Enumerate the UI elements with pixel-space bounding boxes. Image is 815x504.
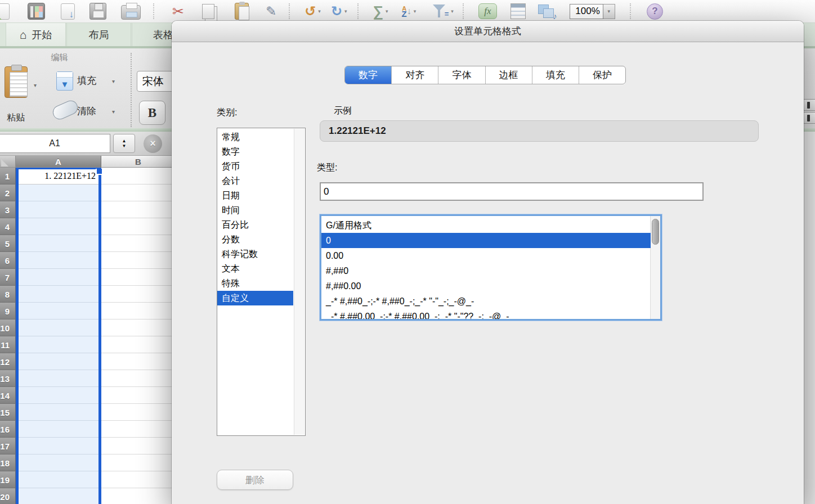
stepper-up-icon[interactable]: ▲ xyxy=(122,138,127,143)
cell-column-a[interactable] xyxy=(16,269,101,286)
cell-column-a[interactable] xyxy=(16,370,101,387)
delete-button[interactable]: 删除 xyxy=(217,470,293,490)
filter-dropdown-caret[interactable]: ▾ xyxy=(451,8,454,14)
cell-column-a[interactable]: 1. 22121E+12 xyxy=(16,168,101,184)
format-painter-icon[interactable]: ✎ xyxy=(266,3,276,20)
undo-icon[interactable]: ↺ xyxy=(304,3,316,20)
row-header[interactable]: 2 xyxy=(0,184,16,201)
cell-column-a[interactable] xyxy=(16,218,101,235)
row-header[interactable]: 11 xyxy=(0,336,16,353)
cell-column-b[interactable] xyxy=(101,353,176,370)
format-code-item[interactable]: G/通用格式 xyxy=(321,218,651,233)
cell-column-a[interactable] xyxy=(16,286,101,303)
row-header[interactable]: 14 xyxy=(0,387,16,404)
autosum-icon[interactable]: ∑ xyxy=(373,3,384,20)
cell-column-a[interactable] xyxy=(16,303,101,320)
cell-column-a[interactable] xyxy=(16,421,101,438)
save-icon[interactable] xyxy=(89,3,106,20)
column-header-a[interactable]: A xyxy=(16,156,101,168)
tab-home[interactable]: ⌂ 开始 xyxy=(6,23,66,46)
print-icon[interactable] xyxy=(121,5,141,20)
insert-function-icon[interactable]: fx xyxy=(478,3,497,19)
category-item[interactable]: 数字 xyxy=(217,145,293,159)
cell-column-a[interactable] xyxy=(16,336,101,353)
paste-button-label[interactable]: 粘贴 xyxy=(0,112,32,124)
row-header[interactable]: 15 xyxy=(0,404,16,421)
paste-dropdown-caret[interactable]: ▾ xyxy=(34,82,37,88)
cell-column-a[interactable] xyxy=(16,353,101,370)
clear-button-icon[interactable] xyxy=(51,98,80,122)
cell-column-b[interactable] xyxy=(101,286,176,303)
row-header[interactable]: 19 xyxy=(0,471,16,488)
format-code-item[interactable]: _-* #,##0_-;-* #,##0_-;_-* "-"_-;_-@_- xyxy=(321,294,651,309)
row-header[interactable]: 12 xyxy=(0,353,16,370)
cell-column-a[interactable] xyxy=(16,387,101,404)
show-formulas-icon[interactable] xyxy=(511,3,526,19)
cell-column-b[interactable] xyxy=(101,471,176,488)
category-item[interactable]: 文本 xyxy=(217,262,293,276)
cell-column-b[interactable] xyxy=(101,387,176,404)
stepper-down-icon[interactable]: ▼ xyxy=(122,143,127,148)
redo-icon[interactable]: ↻ xyxy=(331,3,342,20)
fill-handle[interactable] xyxy=(96,169,102,175)
row-header[interactable]: 3 xyxy=(0,201,16,218)
cell-column-a[interactable] xyxy=(16,488,101,504)
cell-column-b[interactable] xyxy=(101,454,176,471)
cell-column-a[interactable] xyxy=(16,404,101,421)
row-header[interactable]: 8 xyxy=(0,286,16,303)
row-header[interactable]: 13 xyxy=(0,370,16,387)
cell-column-b[interactable] xyxy=(101,421,176,438)
cell-column-a[interactable] xyxy=(16,454,101,471)
zoom-dropdown-caret[interactable]: ▾ xyxy=(603,4,615,19)
row-header[interactable]: 16 xyxy=(0,421,16,438)
help-icon[interactable]: ? xyxy=(647,3,663,20)
row-header[interactable]: 6 xyxy=(0,252,16,269)
cell-column-b[interactable] xyxy=(101,218,176,235)
cell-column-b[interactable] xyxy=(101,235,176,252)
paste-button-icon[interactable] xyxy=(5,66,28,98)
cell-column-b[interactable] xyxy=(101,168,176,184)
cell-column-a[interactable] xyxy=(16,320,101,336)
column-header-b[interactable]: B xyxy=(101,156,176,168)
cell-column-b[interactable] xyxy=(101,438,176,454)
undo-dropdown-caret[interactable]: ▾ xyxy=(318,8,321,14)
category-item[interactable]: 分数 xyxy=(217,232,293,247)
category-item[interactable]: 常规 xyxy=(217,130,293,145)
cell-column-b[interactable] xyxy=(101,488,176,504)
clear-dropdown-caret[interactable]: ▾ xyxy=(112,109,115,115)
category-item[interactable]: 特殊 xyxy=(217,276,293,291)
cell-column-a[interactable] xyxy=(16,201,101,218)
fill-button-icon[interactable]: ▼ xyxy=(56,71,73,91)
name-box[interactable]: A1 xyxy=(0,134,110,153)
bold-button[interactable]: B xyxy=(139,101,165,125)
clear-button-label[interactable]: 清除 xyxy=(77,105,96,118)
category-item[interactable]: 自定义 xyxy=(217,291,293,305)
format-code-item[interactable]: 0 xyxy=(321,233,651,248)
cell-column-a[interactable] xyxy=(16,235,101,252)
row-header[interactable]: 10 xyxy=(0,320,16,336)
cut-icon[interactable]: ✂ xyxy=(172,3,184,20)
cell-column-b[interactable] xyxy=(101,252,176,269)
fill-button-label[interactable]: 填充 xyxy=(77,74,96,87)
media-browser-icon[interactable]: ♪ xyxy=(538,3,556,20)
category-item[interactable]: 百分比 xyxy=(217,218,293,232)
format-code-item[interactable]: 0.00 xyxy=(321,248,651,263)
row-header[interactable]: 20 xyxy=(0,488,16,504)
cell-column-b[interactable] xyxy=(101,320,176,336)
open-file-icon[interactable] xyxy=(61,3,75,20)
dialog-tab[interactable]: 保护 xyxy=(579,66,625,84)
category-item[interactable]: 时间 xyxy=(217,203,293,218)
cell-column-b[interactable] xyxy=(101,269,176,286)
cell-column-a[interactable] xyxy=(16,438,101,454)
cell-column-b[interactable] xyxy=(101,201,176,218)
format-code-item[interactable]: _-* #,##0.00_-;-* #,##0.00_-;_-* "-"??_-… xyxy=(321,309,651,321)
cell-column-b[interactable] xyxy=(101,370,176,387)
row-header[interactable]: 9 xyxy=(0,303,16,320)
dialog-tab[interactable]: 边框 xyxy=(486,66,532,84)
redo-dropdown-caret[interactable]: ▾ xyxy=(344,8,347,14)
sort-dropdown-caret[interactable]: ▾ xyxy=(414,8,417,14)
dialog-tab[interactable]: 填充 xyxy=(532,66,579,84)
cancel-entry-button[interactable]: × xyxy=(144,134,162,153)
format-code-item[interactable]: #,##0 xyxy=(321,263,651,278)
copy-icon[interactable] xyxy=(202,4,214,19)
